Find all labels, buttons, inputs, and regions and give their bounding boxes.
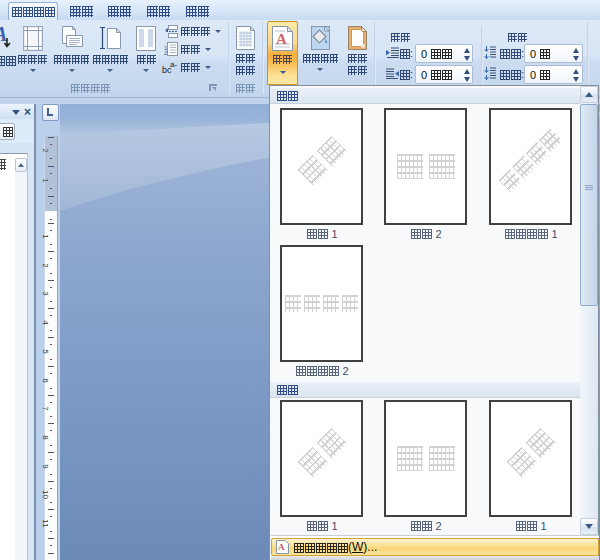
svg-text:a-: a-: [170, 60, 177, 69]
svg-text:A: A: [276, 31, 287, 47]
svg-text:A: A: [278, 542, 285, 552]
